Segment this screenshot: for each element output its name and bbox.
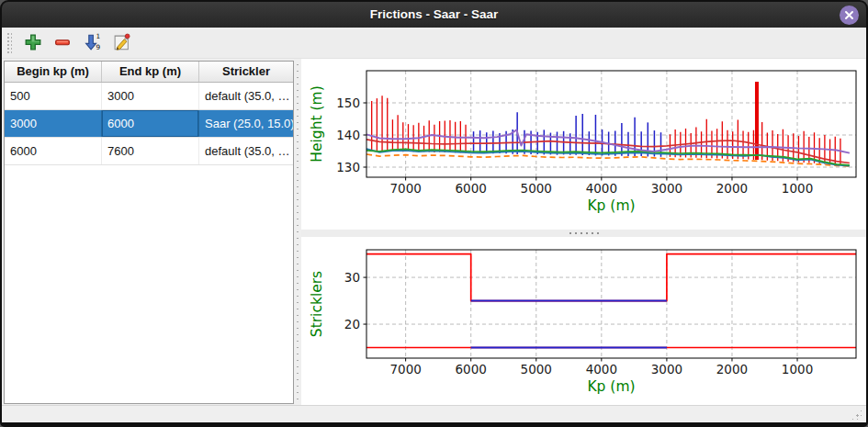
x-tick-label: 4000: [586, 181, 617, 196]
table-cell[interactable]: 6000: [102, 110, 199, 137]
remove-row-button[interactable]: [50, 30, 75, 56]
column-header-strickler[interactable]: Strickler: [199, 62, 293, 82]
sort-rows-button[interactable]: 1 9: [79, 30, 105, 56]
panel-splitter[interactable]: [295, 59, 300, 405]
add-row-button[interactable]: [20, 30, 46, 56]
x-tick-label: 2000: [716, 181, 748, 196]
edit-button[interactable]: [108, 30, 134, 56]
x-tick-label: 3000: [651, 181, 682, 196]
status-bar: [2, 405, 866, 422]
titlebar[interactable]: Frictions - Saar - Saar: [2, 2, 866, 28]
x-tick-label: 2000: [716, 362, 748, 376]
add-icon: [23, 32, 43, 52]
svg-text:9: 9: [96, 43, 101, 51]
x-tick-label: 5000: [521, 362, 552, 376]
table-row[interactable]: 30006000Saar (25.0, 15.0): [5, 110, 293, 138]
table-cell[interactable]: 3000: [102, 83, 199, 109]
stricklers-chart: 70006000500040003000200010002030Kp (m)St…: [301, 237, 866, 405]
x-axis-label: Kp (m): [587, 197, 635, 214]
column-header-end-kp[interactable]: End kp (m): [102, 62, 199, 82]
resize-grip[interactable]: [851, 409, 862, 420]
remove-icon: [52, 32, 73, 52]
x-tick-label: 7000: [389, 181, 421, 196]
y-axis-label: Height (m): [309, 85, 325, 162]
chart-splitter[interactable]: [301, 230, 866, 237]
x-tick-label: 3000: [651, 362, 682, 376]
table-cell[interactable]: 6000: [5, 138, 102, 164]
x-tick-label: 1000: [782, 181, 813, 196]
close-icon: [844, 10, 854, 20]
table-row[interactable]: 60007600default (35.0, …: [5, 138, 293, 165]
main-area: Begin kp (m) End kp (m) Strickler 500300…: [2, 59, 866, 405]
y-tick-label: 20: [344, 317, 360, 331]
table-body: 5003000default (35.0, …30006000Saar (25.…: [5, 83, 293, 165]
x-tick-label: 6000: [456, 362, 487, 376]
y-tick-label: 130: [336, 160, 360, 174]
y-tick-label: 150: [336, 96, 360, 110]
svg-text:1: 1: [96, 32, 101, 40]
close-button[interactable]: [840, 6, 859, 25]
x-tick-label: 6000: [456, 181, 487, 196]
table-cell[interactable]: default (35.0, …: [199, 83, 293, 109]
y-axis-label: Stricklers: [309, 271, 325, 337]
height-profile-chart: 7000600050004000300020001000130140150Kp …: [301, 59, 866, 230]
x-tick-label: 5000: [521, 181, 552, 196]
sort-rows-icon: 1 9: [82, 32, 102, 52]
charts-panel: 7000600050004000300020001000130140150Kp …: [301, 59, 866, 405]
table-cell[interactable]: 500: [5, 83, 102, 109]
x-tick-label: 7000: [389, 362, 421, 376]
frictions-table: Begin kp (m) End kp (m) Strickler 500300…: [4, 61, 294, 404]
edit-icon: [111, 32, 131, 52]
window-title: Frictions - Saar - Saar: [2, 2, 866, 28]
table-cell[interactable]: Saar (25.0, 15.0): [199, 110, 293, 137]
y-tick-label: 30: [344, 270, 360, 285]
x-tick-label: 1000: [782, 362, 813, 376]
x-tick-label: 4000: [586, 362, 617, 376]
table-cell[interactable]: 7600: [102, 138, 199, 164]
frictions-window: Frictions - Saar - Saar 1 9: [0, 0, 868, 427]
x-axis-label: Kp (m): [587, 378, 635, 395]
toolbar: 1 9: [2, 28, 866, 59]
table-row[interactable]: 5003000default (35.0, …: [5, 83, 293, 110]
table-cell[interactable]: 3000: [5, 110, 102, 137]
column-header-begin-kp[interactable]: Begin kp (m): [5, 62, 102, 82]
table-header: Begin kp (m) End kp (m) Strickler: [5, 62, 293, 83]
plot-frame: [366, 250, 856, 358]
table-cell[interactable]: default (35.0, …: [199, 138, 293, 164]
toolbar-grip-handle[interactable]: [6, 32, 12, 54]
y-tick-label: 140: [336, 128, 360, 142]
